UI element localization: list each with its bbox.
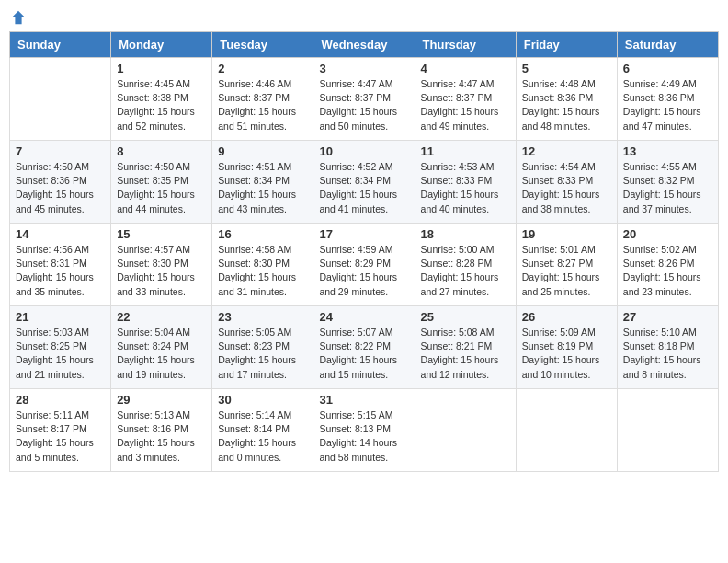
calendar-cell: 12Sunrise: 4:54 AM Sunset: 8:33 PM Dayli… [516,141,617,224]
calendar-cell [516,389,617,472]
logo-icon [10,9,27,26]
calendar-cell: 24Sunrise: 5:07 AM Sunset: 8:22 PM Dayli… [313,306,415,389]
day-number: 17 [319,227,408,241]
cell-content: Sunrise: 4:52 AM Sunset: 8:34 PM Dayligh… [319,160,408,216]
day-number: 1 [117,62,206,75]
day-number: 11 [421,144,510,158]
calendar-cell: 4Sunrise: 4:47 AM Sunset: 8:37 PM Daylig… [415,58,516,141]
weekday-header-row: SundayMondayTuesdayWednesdayThursdayFrid… [10,32,719,58]
calendar-cell: 10Sunrise: 4:52 AM Sunset: 8:34 PM Dayli… [313,141,415,224]
calendar-cell [617,389,718,472]
calendar-week-row: 21Sunrise: 5:03 AM Sunset: 8:25 PM Dayli… [10,306,719,389]
calendar-cell: 11Sunrise: 4:53 AM Sunset: 8:33 PM Dayli… [415,141,516,224]
day-number: 21 [16,310,105,324]
weekday-header-cell: Tuesday [212,32,313,58]
cell-content: Sunrise: 5:03 AM Sunset: 8:25 PM Dayligh… [16,326,105,382]
calendar-cell: 1Sunrise: 4:45 AM Sunset: 8:38 PM Daylig… [111,58,212,141]
calendar-cell: 31Sunrise: 5:15 AM Sunset: 8:13 PM Dayli… [313,389,415,472]
calendar-cell [415,389,516,472]
cell-content: Sunrise: 5:00 AM Sunset: 8:28 PM Dayligh… [421,243,510,299]
cell-content: Sunrise: 4:55 AM Sunset: 8:32 PM Dayligh… [623,160,712,216]
cell-content: Sunrise: 4:58 AM Sunset: 8:30 PM Dayligh… [218,243,307,299]
cell-content: Sunrise: 5:04 AM Sunset: 8:24 PM Dayligh… [117,326,206,382]
weekday-header-cell: Wednesday [313,32,415,58]
day-number: 13 [623,144,712,158]
day-number: 5 [522,62,611,75]
cell-content: Sunrise: 4:59 AM Sunset: 8:29 PM Dayligh… [319,243,408,299]
day-number: 26 [522,310,611,324]
cell-content: Sunrise: 5:13 AM Sunset: 8:16 PM Dayligh… [117,408,206,465]
calendar-cell: 19Sunrise: 5:01 AM Sunset: 8:27 PM Dayli… [516,224,617,306]
weekday-header-cell: Thursday [415,32,516,58]
calendar-cell: 16Sunrise: 4:58 AM Sunset: 8:30 PM Dayli… [212,224,313,306]
calendar-cell: 7Sunrise: 4:50 AM Sunset: 8:36 PM Daylig… [10,141,111,224]
calendar-cell: 9Sunrise: 4:51 AM Sunset: 8:34 PM Daylig… [212,141,313,224]
calendar-cell: 23Sunrise: 5:05 AM Sunset: 8:23 PM Dayli… [212,306,313,389]
day-number: 3 [319,62,408,75]
cell-content: Sunrise: 4:49 AM Sunset: 8:36 PM Dayligh… [623,77,712,133]
cell-content: Sunrise: 5:10 AM Sunset: 8:18 PM Dayligh… [623,326,712,382]
day-number: 25 [421,310,510,324]
cell-content: Sunrise: 5:15 AM Sunset: 8:13 PM Dayligh… [319,408,408,465]
day-number: 18 [421,227,510,241]
cell-content: Sunrise: 5:07 AM Sunset: 8:22 PM Dayligh… [319,326,408,382]
calendar-cell: 30Sunrise: 5:14 AM Sunset: 8:14 PM Dayli… [212,389,313,472]
day-number: 28 [16,393,105,407]
calendar-cell: 5Sunrise: 4:48 AM Sunset: 8:36 PM Daylig… [516,58,617,141]
calendar-cell: 26Sunrise: 5:09 AM Sunset: 8:19 PM Dayli… [516,306,617,389]
day-number: 2 [218,62,307,75]
cell-content: Sunrise: 4:53 AM Sunset: 8:33 PM Dayligh… [421,160,510,216]
cell-content: Sunrise: 4:47 AM Sunset: 8:37 PM Dayligh… [421,77,510,133]
cell-content: Sunrise: 5:11 AM Sunset: 8:17 PM Dayligh… [16,408,105,465]
calendar-cell: 21Sunrise: 5:03 AM Sunset: 8:25 PM Dayli… [10,306,111,389]
cell-content: Sunrise: 4:51 AM Sunset: 8:34 PM Dayligh… [218,160,307,216]
calendar-week-row: 28Sunrise: 5:11 AM Sunset: 8:17 PM Dayli… [10,389,719,472]
cell-content: Sunrise: 4:47 AM Sunset: 8:37 PM Dayligh… [319,77,408,133]
weekday-header-cell: Friday [516,32,617,58]
calendar-cell [10,58,111,141]
day-number: 19 [522,227,611,241]
cell-content: Sunrise: 4:56 AM Sunset: 8:31 PM Dayligh… [16,243,105,299]
cell-content: Sunrise: 4:57 AM Sunset: 8:30 PM Dayligh… [117,243,206,299]
calendar-cell: 3Sunrise: 4:47 AM Sunset: 8:37 PM Daylig… [313,58,415,141]
calendar-week-row: 14Sunrise: 4:56 AM Sunset: 8:31 PM Dayli… [10,224,719,306]
cell-content: Sunrise: 5:14 AM Sunset: 8:14 PM Dayligh… [218,408,307,465]
calendar-cell: 18Sunrise: 5:00 AM Sunset: 8:28 PM Dayli… [415,224,516,306]
calendar-cell: 17Sunrise: 4:59 AM Sunset: 8:29 PM Dayli… [313,224,415,306]
cell-content: Sunrise: 5:08 AM Sunset: 8:21 PM Dayligh… [421,326,510,382]
calendar-week-row: 1Sunrise: 4:45 AM Sunset: 8:38 PM Daylig… [10,58,719,141]
calendar-cell: 15Sunrise: 4:57 AM Sunset: 8:30 PM Dayli… [111,224,212,306]
day-number: 16 [218,227,307,241]
day-number: 12 [522,144,611,158]
weekday-header-cell: Monday [111,32,212,58]
day-number: 6 [623,62,712,75]
calendar-cell: 28Sunrise: 5:11 AM Sunset: 8:17 PM Dayli… [10,389,111,472]
cell-content: Sunrise: 4:45 AM Sunset: 8:38 PM Dayligh… [117,77,206,133]
cell-content: Sunrise: 5:02 AM Sunset: 8:26 PM Dayligh… [623,243,712,299]
calendar-cell: 8Sunrise: 4:50 AM Sunset: 8:35 PM Daylig… [111,141,212,224]
calendar-cell: 29Sunrise: 5:13 AM Sunset: 8:16 PM Dayli… [111,389,212,472]
cell-content: Sunrise: 5:09 AM Sunset: 8:19 PM Dayligh… [522,326,611,382]
weekday-header-cell: Sunday [10,32,111,58]
cell-content: Sunrise: 5:05 AM Sunset: 8:23 PM Dayligh… [218,326,307,382]
calendar-body: 1Sunrise: 4:45 AM Sunset: 8:38 PM Daylig… [10,58,719,472]
calendar-cell: 27Sunrise: 5:10 AM Sunset: 8:18 PM Dayli… [617,306,718,389]
cell-content: Sunrise: 4:54 AM Sunset: 8:33 PM Dayligh… [522,160,611,216]
calendar-table: SundayMondayTuesdayWednesdayThursdayFrid… [9,31,719,472]
calendar-cell: 22Sunrise: 5:04 AM Sunset: 8:24 PM Dayli… [111,306,212,389]
cell-content: Sunrise: 4:46 AM Sunset: 8:37 PM Dayligh… [218,77,307,133]
day-number: 30 [218,393,307,407]
calendar-cell: 14Sunrise: 4:56 AM Sunset: 8:31 PM Dayli… [10,224,111,306]
day-number: 23 [218,310,307,324]
day-number: 4 [421,62,510,75]
day-number: 14 [16,227,105,241]
calendar-cell: 25Sunrise: 5:08 AM Sunset: 8:21 PM Dayli… [415,306,516,389]
calendar-cell: 20Sunrise: 5:02 AM Sunset: 8:26 PM Dayli… [617,224,718,306]
cell-content: Sunrise: 4:48 AM Sunset: 8:36 PM Dayligh… [522,77,611,133]
day-number: 31 [319,393,408,407]
logo [9,9,27,26]
day-number: 15 [117,227,206,241]
day-number: 24 [319,310,408,324]
day-number: 8 [117,144,206,158]
day-number: 27 [623,310,712,324]
